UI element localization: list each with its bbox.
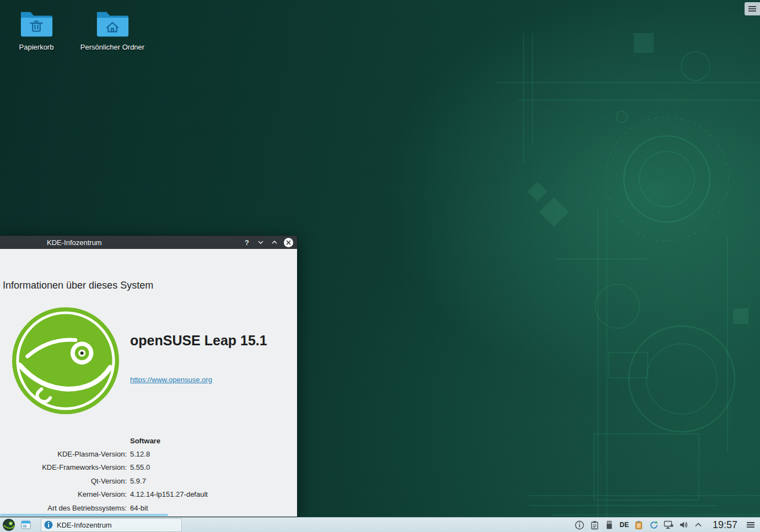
- taskbar-task-kde-infozentrum[interactable]: KDE-Infozentrum: [41, 518, 182, 532]
- kde-infozentrum-window: KDE-Infozentrum ? Informationen über die…: [0, 235, 298, 517]
- taskbar-panel: KDE-Infozentrum DE 19:57: [0, 517, 760, 532]
- chevron-down-icon: [257, 238, 265, 246]
- info-icon: [44, 520, 53, 529]
- device-notifier-icon[interactable]: [604, 520, 615, 530]
- trash-folder-icon: [19, 7, 53, 41]
- info-value: 4.12.14-lp151.27-default: [127, 490, 297, 498]
- window-title: KDE-Infozentrum: [47, 238, 102, 247]
- minimize-button[interactable]: [256, 237, 266, 247]
- website-link[interactable]: https://www.opensuse.org: [130, 376, 212, 384]
- help-button[interactable]: ?: [242, 237, 252, 247]
- page-title: Informationen über dieses System: [3, 280, 153, 291]
- software-info-table: Software KDE-Plasma-Version: 5.12.8 KDE-…: [0, 434, 297, 514]
- taskbar-pinned-icon[interactable]: [20, 519, 31, 530]
- desktop-icon-home[interactable]: Persönlicher Ordner: [79, 4, 145, 51]
- status-info-icon[interactable]: [574, 520, 585, 530]
- horizontal-scrollbar[interactable]: [0, 513, 297, 517]
- tray-expander-button[interactable]: [693, 520, 704, 530]
- chevron-up-icon: [694, 522, 702, 528]
- volume-icon[interactable]: [678, 520, 689, 530]
- product-name: openSUSE Leap 15.1: [130, 333, 267, 349]
- window-content: Informationen über dieses System openSUS…: [0, 249, 297, 517]
- info-value: 5.55.0: [127, 463, 297, 471]
- scrollbar-thumb[interactable]: [0, 514, 168, 516]
- info-label: KDE-Plasma-Version:: [0, 450, 127, 458]
- info-value: 5.9.7: [127, 477, 297, 485]
- window-titlebar[interactable]: KDE-Infozentrum ?: [0, 236, 297, 249]
- info-label: Art des Betriebssystems:: [0, 504, 127, 512]
- info-label: KDE-Frameworks-Version:: [0, 463, 127, 471]
- desktop-toolbox-button[interactable]: [745, 2, 760, 15]
- panel-toolbox-button[interactable]: [745, 521, 756, 529]
- desktop-icon-area: Papierkorb Persönlicher Ordner: [3, 4, 145, 51]
- network-icon[interactable]: [664, 520, 674, 530]
- home-folder-icon: [95, 7, 130, 41]
- chevron-up-icon: [271, 238, 278, 246]
- close-icon: [284, 238, 293, 247]
- maximize-button[interactable]: [269, 237, 279, 247]
- close-button[interactable]: [283, 237, 293, 247]
- desktop-icon-trash[interactable]: Papierkorb: [3, 4, 69, 51]
- keyboard-layout-indicator[interactable]: DE: [619, 521, 629, 529]
- hamburger-icon: [747, 521, 754, 529]
- info-label: Qt-Version:: [0, 477, 127, 485]
- opensuse-logo: [11, 306, 120, 415]
- clipboard-icon[interactable]: [589, 520, 600, 530]
- notes-icon[interactable]: [634, 520, 644, 530]
- info-label: Kernel-Version:: [0, 490, 127, 498]
- hamburger-icon: [748, 5, 756, 13]
- system-tray: DE 19:57: [574, 519, 758, 531]
- desktop-icon-label: Persönlicher Ordner: [80, 43, 144, 51]
- desktop-icon-label: Papierkorb: [19, 43, 54, 51]
- application-launcher-button[interactable]: [2, 518, 15, 531]
- info-value: 64-bit: [127, 504, 297, 512]
- section-title: Software: [127, 437, 297, 445]
- info-value: 5.12.8: [127, 450, 297, 458]
- task-label: KDE-Infozentrum: [57, 521, 112, 529]
- software-updates-icon[interactable]: [649, 520, 659, 530]
- clock[interactable]: 19:57: [713, 519, 737, 531]
